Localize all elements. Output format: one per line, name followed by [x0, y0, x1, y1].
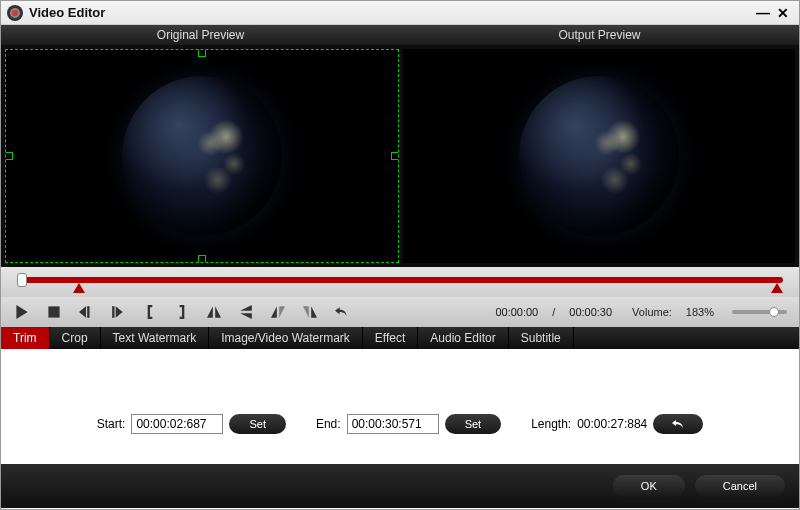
length-field: Length: 00:00:27:884: [531, 414, 703, 434]
original-preview-pane[interactable]: [5, 49, 399, 263]
tab-subtitle[interactable]: Subtitle: [509, 327, 574, 349]
tab-crop[interactable]: Crop: [50, 327, 101, 349]
preview-header: Original Preview Output Preview: [1, 25, 799, 45]
original-preview-image: [122, 76, 282, 236]
titlebar: Video Editor — ✕: [1, 1, 799, 25]
cancel-button[interactable]: Cancel: [695, 475, 785, 497]
length-reset-button[interactable]: [653, 414, 703, 434]
playback-duration: 00:00:30: [569, 306, 612, 318]
play-button[interactable]: [13, 303, 31, 321]
playback-toolbar: 00:00:00/00:00:30 Volume: 183%: [1, 297, 799, 327]
volume-label: Volume:: [632, 306, 672, 318]
playhead-icon[interactable]: [17, 273, 27, 287]
dialog-footer: OK Cancel: [1, 464, 799, 508]
length-label: Length:: [531, 417, 571, 431]
start-input[interactable]: [131, 414, 223, 434]
svg-rect-1: [87, 306, 89, 318]
end-input[interactable]: [347, 414, 439, 434]
crop-handle-e[interactable]: [391, 152, 399, 160]
close-button[interactable]: ✕: [773, 3, 793, 23]
undo-button[interactable]: [333, 303, 351, 321]
tab-image-video-watermark[interactable]: Image/Video Watermark: [209, 327, 363, 349]
timeline: [1, 267, 799, 297]
output-preview-pane: [403, 49, 795, 263]
rotate-right-button[interactable]: [301, 303, 319, 321]
end-set-button[interactable]: Set: [445, 414, 502, 434]
stop-button[interactable]: [45, 303, 63, 321]
window-title: Video Editor: [29, 5, 753, 20]
tab-audio-editor[interactable]: Audio Editor: [418, 327, 508, 349]
crop-handle-s[interactable]: [198, 255, 206, 263]
bracket-left-button[interactable]: [141, 303, 159, 321]
start-label: Start:: [97, 417, 126, 431]
output-preview-image: [519, 76, 679, 236]
playback-position: 00:00:00: [495, 306, 538, 318]
trim-end-marker[interactable]: [771, 283, 783, 293]
preview-area: [1, 45, 799, 267]
ok-button[interactable]: OK: [613, 475, 685, 497]
volume-slider[interactable]: [732, 310, 787, 314]
bracket-right-button[interactable]: [173, 303, 191, 321]
length-value: 00:00:27:884: [577, 417, 647, 431]
volume-value: 183%: [686, 306, 714, 318]
crop-handle-n[interactable]: [198, 49, 206, 57]
start-set-button[interactable]: Set: [229, 414, 286, 434]
end-label: End:: [316, 417, 341, 431]
crop-handle-w[interactable]: [5, 152, 13, 160]
svg-rect-2: [112, 306, 114, 318]
trim-start-marker[interactable]: [73, 283, 85, 293]
volume-knob-icon[interactable]: [769, 307, 779, 317]
trim-panel: Start: Set End: Set Length: 00:00:27:884: [1, 349, 799, 464]
prev-frame-button[interactable]: [77, 303, 95, 321]
tab-effect[interactable]: Effect: [363, 327, 418, 349]
flip-vertical-button[interactable]: [237, 303, 255, 321]
start-field: Start: Set: [97, 414, 286, 434]
svg-rect-0: [48, 306, 59, 317]
next-frame-button[interactable]: [109, 303, 127, 321]
flip-horizontal-button[interactable]: [205, 303, 223, 321]
tab-trim[interactable]: Trim: [1, 327, 50, 349]
app-logo-icon: [7, 5, 23, 21]
original-preview-label: Original Preview: [1, 25, 400, 45]
editor-tabs: Trim Crop Text Watermark Image/Video Wat…: [1, 327, 799, 349]
output-preview-label: Output Preview: [400, 25, 799, 45]
timeline-track[interactable]: [17, 277, 783, 283]
tab-text-watermark[interactable]: Text Watermark: [101, 327, 210, 349]
minimize-button[interactable]: —: [753, 3, 773, 23]
end-field: End: Set: [316, 414, 501, 434]
rotate-left-button[interactable]: [269, 303, 287, 321]
undo-icon: [671, 419, 685, 429]
